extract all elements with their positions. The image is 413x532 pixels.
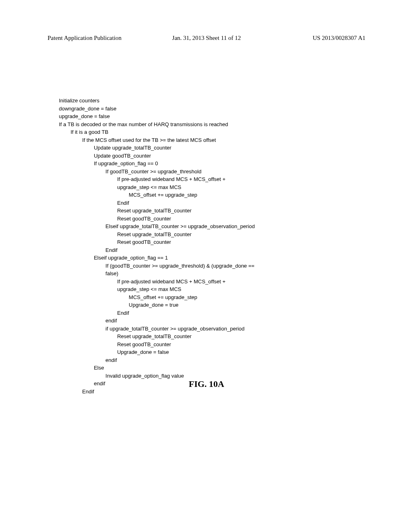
code-line: If upgrade_option_flag == 0 bbox=[59, 160, 158, 166]
header-center: Jan. 31, 2013 Sheet 11 of 12 bbox=[172, 35, 241, 42]
figure-caption: FIG. 10A bbox=[0, 379, 413, 389]
code-line: Elseif upgrade_totalTB_counter >= upgrad… bbox=[59, 223, 255, 229]
code-line: If the MCS offset used for the TB >= the… bbox=[59, 137, 216, 143]
code-line: Update goodTB_counter bbox=[59, 153, 151, 159]
code-line: endif bbox=[59, 357, 117, 363]
code-line: Elseif upgrade_option_flag == 1 bbox=[59, 255, 168, 261]
code-line: Reset goodTB_counter bbox=[59, 216, 171, 222]
code-line: Reset upgrade_totalTB_counter bbox=[59, 231, 192, 237]
code-line: If pre-adjusted wideband MCS + MCS_offse… bbox=[59, 278, 225, 285]
code-line: Invalid upgrade_option_flag value bbox=[59, 373, 184, 379]
code-line: Endif bbox=[59, 310, 129, 316]
code-line: Endif bbox=[59, 247, 117, 253]
code-line: Upgrade_done = true bbox=[59, 302, 179, 308]
code-line: Endif bbox=[59, 200, 129, 206]
code-line: Initialize counters bbox=[59, 98, 99, 104]
code-line: Reset goodTB_counter bbox=[59, 239, 171, 245]
code-line: endif bbox=[59, 318, 117, 324]
code-line: upgrade_step <= max MCS bbox=[59, 286, 181, 292]
page-header: Patent Application Publication Jan. 31, … bbox=[48, 35, 365, 42]
code-line: upgrade_step <= max MCS bbox=[59, 184, 181, 190]
code-line: MCS_offset += upgrade_step bbox=[59, 294, 197, 300]
code-line: if upgrade_totalTB_counter >= upgrade_ob… bbox=[59, 326, 244, 332]
code-line: Reset goodTB_counter bbox=[59, 341, 171, 347]
code-line: MCS_offset += upgrade_step bbox=[59, 192, 197, 198]
code-line: Reset upgrade_totalTB_counter bbox=[59, 333, 192, 339]
code-line: If a TB is decoded or the max number of … bbox=[59, 121, 228, 127]
code-line: Upgrade_done = false bbox=[59, 349, 169, 355]
code-line: downgrade_done = false bbox=[59, 106, 117, 112]
code-line: If pre-adjusted wideband MCS + MCS_offse… bbox=[59, 176, 225, 182]
header-right: US 2013/0028307 A1 bbox=[313, 35, 365, 42]
code-line: If (goodTB_counter >= upgrade_threshold)… bbox=[59, 263, 254, 269]
header-left: Patent Application Publication bbox=[48, 35, 121, 42]
code-line: Update upgrade_totalTB_counter bbox=[59, 145, 171, 151]
page-container: Patent Application Publication Jan. 31, … bbox=[0, 0, 413, 532]
code-line: upgrade_done = false bbox=[59, 113, 110, 119]
pseudocode-block: Initialize counters downgrade_done = fal… bbox=[59, 97, 255, 395]
code-line: If goodTB_counter >= upgrade_threshold bbox=[59, 168, 201, 175]
code-line: If it is a good TB bbox=[59, 129, 108, 135]
code-line: false) bbox=[59, 270, 118, 276]
code-line: Reset upgrade_totalTB_counter bbox=[59, 208, 192, 214]
code-line: Else bbox=[59, 365, 104, 371]
